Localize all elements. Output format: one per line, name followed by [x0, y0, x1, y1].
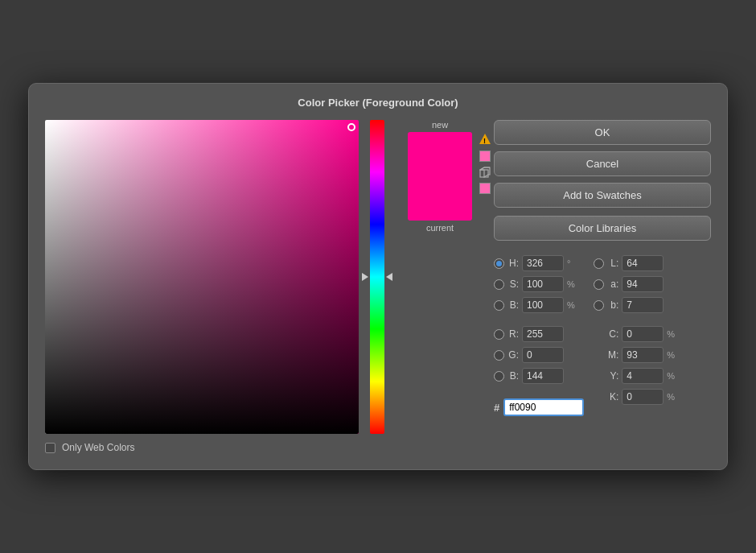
color-canvas[interactable]	[45, 120, 359, 434]
hue-slider[interactable]	[370, 120, 384, 434]
l-input-row: L:	[594, 254, 676, 273]
m-input[interactable]	[622, 347, 664, 363]
k-input[interactable]	[622, 389, 664, 405]
a-input-row: a:	[594, 274, 676, 294]
h-input[interactable]	[522, 255, 564, 271]
color-canvas-bg	[45, 120, 359, 434]
b-hsb-unit: %	[567, 300, 577, 310]
y-input[interactable]	[622, 368, 664, 384]
color-preview-section: new !	[396, 120, 484, 233]
lab-cmyk-inputs: L: a: b:	[594, 254, 676, 416]
g-label: G:	[507, 349, 519, 361]
k-unit: %	[667, 392, 676, 402]
s-unit: %	[567, 279, 577, 289]
hue-slider-wrap	[368, 120, 386, 434]
g-input[interactable]	[522, 347, 564, 363]
svg-text:!: !	[483, 137, 486, 145]
l-radio[interactable]	[594, 258, 604, 269]
s-radio[interactable]	[494, 279, 504, 290]
c-input-row: C: %	[594, 324, 676, 344]
color-libraries-button[interactable]: Color Libraries	[494, 216, 711, 241]
a-label: a:	[607, 279, 618, 290]
b-lab-radio[interactable]	[594, 300, 604, 311]
inputs-section: H: ° S: % B:	[494, 254, 711, 416]
l-label: L:	[607, 258, 618, 269]
color-preview-wrap	[408, 132, 472, 221]
web-safe-icon[interactable]	[479, 166, 491, 179]
dialog-title: Color Picker (Foreground Color)	[45, 97, 711, 109]
h-label: H:	[507, 258, 519, 269]
b-rgb-input[interactable]	[522, 368, 564, 384]
b-rgb-radio[interactable]	[494, 371, 504, 382]
b-hsb-input-row: B: %	[494, 295, 584, 315]
r-input[interactable]	[522, 326, 564, 342]
a-radio[interactable]	[594, 279, 604, 290]
ok-button[interactable]: OK	[494, 120, 711, 145]
y-label: Y:	[607, 370, 618, 382]
warning-icons: !	[475, 132, 495, 194]
g-input-row: G:	[494, 345, 584, 365]
b-rgb-label: B:	[507, 370, 519, 382]
b-lab-input-row: b:	[594, 295, 676, 315]
out-of-gamut-warning-icon[interactable]: !	[478, 132, 492, 147]
l-input[interactable]	[622, 255, 664, 271]
hex-input-row: #	[494, 398, 584, 416]
add-to-swatches-button[interactable]: Add to Swatches	[494, 183, 711, 208]
right-section: OK Cancel Add to Swatches Color Librarie…	[494, 120, 711, 416]
gamut-color-swatch[interactable]	[479, 151, 491, 162]
a-input[interactable]	[622, 276, 664, 292]
y-unit: %	[667, 371, 676, 381]
current-label: current	[426, 223, 454, 233]
hue-arrow-left-icon	[362, 273, 368, 281]
hsb-rgb-inputs: H: ° S: % B:	[494, 254, 584, 416]
k-label: K:	[607, 391, 618, 402]
b-lab-input[interactable]	[622, 297, 664, 313]
hex-input[interactable]	[503, 398, 584, 416]
color-new-swatch[interactable]	[408, 132, 472, 176]
c-unit: %	[667, 329, 676, 339]
m-input-row: M: %	[594, 345, 676, 365]
color-canvas-wrap: Only Web Colors	[45, 120, 359, 453]
k-input-row: K: %	[594, 387, 676, 406]
m-label: M:	[607, 349, 618, 361]
y-input-row: Y: %	[594, 366, 676, 386]
r-radio[interactable]	[494, 329, 504, 340]
b-hsb-label: B:	[507, 299, 519, 311]
web-safe-color-swatch[interactable]	[479, 183, 491, 194]
h-unit: °	[567, 258, 577, 268]
b-hsb-radio[interactable]	[494, 300, 504, 311]
color-current-swatch[interactable]	[408, 176, 472, 221]
b-rgb-input-row: B:	[494, 366, 584, 386]
c-input[interactable]	[622, 326, 664, 342]
hue-arrow-right-icon	[386, 273, 392, 281]
hash-label: #	[494, 402, 499, 414]
s-input[interactable]	[522, 276, 564, 292]
r-input-row: R:	[494, 324, 584, 344]
h-input-row: H: °	[494, 254, 584, 273]
new-label: new	[432, 120, 448, 130]
button-group: OK Cancel Add to Swatches Color Librarie…	[494, 120, 711, 241]
r-label: R:	[507, 328, 519, 340]
color-picker-dialog: Color Picker (Foreground Color) Only Web…	[28, 83, 728, 470]
m-unit: %	[667, 350, 676, 360]
b-hsb-input[interactable]	[522, 297, 564, 313]
cancel-button[interactable]: Cancel	[494, 151, 711, 176]
only-web-colors-checkbox[interactable]	[45, 443, 55, 453]
b-lab-label: b:	[607, 299, 618, 311]
only-web-colors-label: Only Web Colors	[62, 442, 134, 453]
only-web-colors-row: Only Web Colors	[45, 442, 359, 453]
h-radio[interactable]	[494, 258, 504, 269]
c-label: C:	[607, 328, 618, 340]
g-radio[interactable]	[494, 350, 504, 361]
s-input-row: S: %	[494, 274, 584, 294]
s-label: S:	[507, 279, 519, 290]
